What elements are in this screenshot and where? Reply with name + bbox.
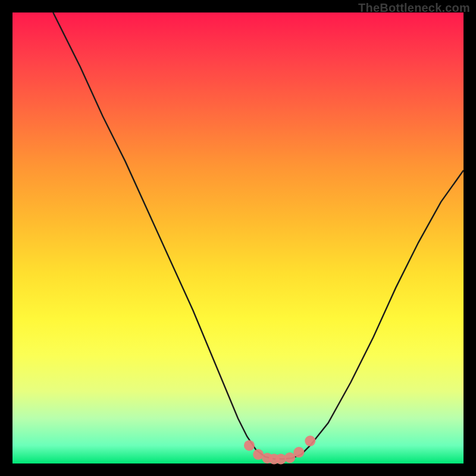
chart-overlay-svg [12, 12, 464, 464]
marker-flat-right-end [305, 436, 315, 446]
bottleneck-curve-path [53, 12, 464, 459]
marker-flat-p5 [275, 453, 286, 464]
watermark-text: TheBottleneck.com [358, 1, 470, 15]
marker-flat-left-end [244, 440, 255, 451]
marker-flat-p7 [293, 447, 304, 458]
chart-stage: TheBottleneck.com [0, 0, 476, 476]
marker-flat-p6 [284, 452, 295, 463]
